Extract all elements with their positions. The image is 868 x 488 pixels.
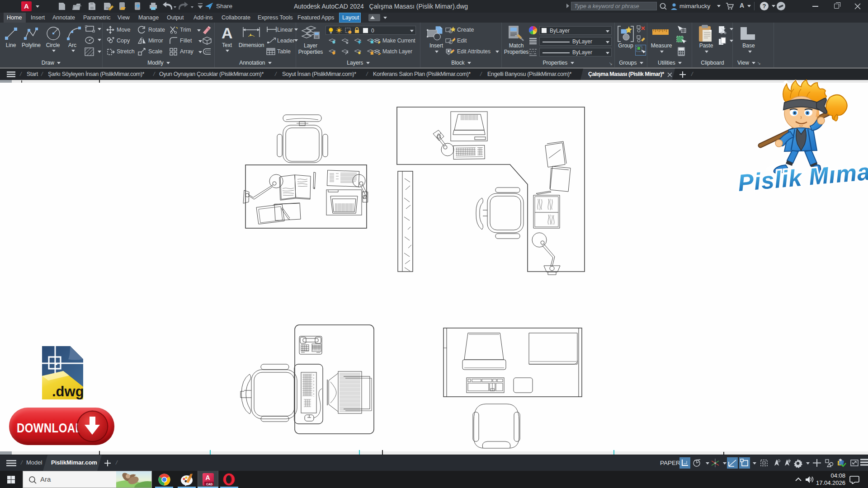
svg-text:.dwg: .dwg (52, 384, 84, 399)
svg-text:0: 0 (371, 28, 374, 34)
svg-text:A: A (206, 474, 210, 481)
svg-text:CAD: CAD (206, 483, 212, 486)
svg-text:Pislik Mımar: Pislik Mımar (737, 158, 868, 196)
